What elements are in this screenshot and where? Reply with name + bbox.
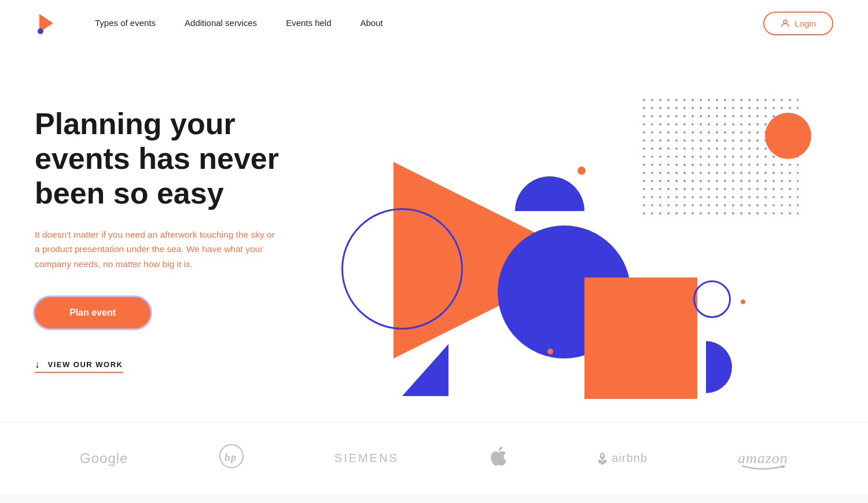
orange-dot-4: [741, 299, 745, 304]
svg-point-2: [784, 20, 787, 24]
svg-marker-6: [402, 344, 448, 396]
orange-dot-3: [590, 373, 596, 379]
brand-airbnb: airbnb: [597, 452, 648, 465]
svg-point-1: [38, 28, 43, 34]
blue-semicircle-top: [515, 171, 584, 211]
orange-rectangle: [584, 278, 697, 399]
brands-section: Google hp SIEMENS airbnb amazon: [0, 422, 868, 494]
svg-marker-9: [781, 465, 785, 468]
orange-dot-2: [547, 349, 553, 354]
brand-hp: hp: [219, 443, 244, 473]
hero-description: It doesn't matter if you need an afterwo…: [35, 227, 278, 272]
blue-circle-outline: [341, 208, 463, 330]
orange-dot-1: [578, 167, 586, 175]
svg-text:hp: hp: [225, 452, 237, 463]
hero-section: Planning your events has never been so e…: [0, 46, 868, 422]
view-work-link[interactable]: ↓ VIEW OUR WORK: [35, 358, 123, 373]
nav-events-held[interactable]: Events held: [286, 18, 331, 28]
login-button[interactable]: Login: [763, 12, 833, 35]
orange-circle-small: [765, 113, 811, 159]
nav-links: Types of events Additional services Even…: [95, 18, 763, 28]
logo-icon: [35, 10, 60, 36]
arrow-down-icon: ↓: [35, 358, 41, 371]
nav-additional-services[interactable]: Additional services: [185, 18, 257, 28]
hero-illustration: [336, 81, 833, 399]
brand-siemens: SIEMENS: [334, 452, 399, 465]
nav-types-of-events[interactable]: Types of events: [95, 18, 156, 28]
logo[interactable]: [35, 10, 60, 36]
brand-google: Google: [80, 450, 128, 467]
navbar: Types of events Additional services Even…: [0, 0, 868, 46]
blue-triangle-small: [402, 344, 448, 396]
blue-circle-outline-small: [693, 280, 731, 318]
nav-about[interactable]: About: [361, 18, 383, 28]
hero-content: Planning your events has never been so e…: [35, 107, 336, 372]
brand-amazon: amazon: [738, 450, 788, 467]
user-icon: [781, 19, 790, 28]
plan-event-button[interactable]: Plan event: [35, 297, 150, 328]
blue-semicircle-right: [706, 341, 735, 393]
hero-title: Planning your events has never been so e…: [35, 107, 336, 210]
brand-apple: [489, 446, 506, 471]
